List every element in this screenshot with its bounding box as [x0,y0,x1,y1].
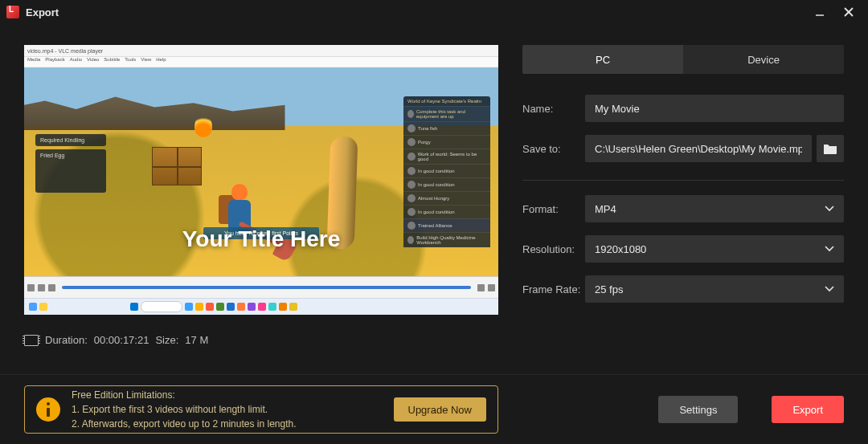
tab-pc[interactable]: PC [522,45,683,74]
format-select[interactable]: MP4 [585,195,844,222]
name-input[interactable] [585,95,844,122]
close-button[interactable] [842,6,855,18]
tab-device[interactable]: Device [683,45,844,74]
window-titlebar: Export [0,0,868,24]
chevron-down-icon [825,206,834,212]
resolution-value: 1920x1080 [595,243,646,255]
preview-player-titlebar: video.mp4 - VLC media player [24,45,498,57]
upgrade-button[interactable]: Upgrade Now [394,397,487,422]
resolution-label: Resolution: [522,243,585,255]
preview-taskbar [24,298,498,315]
folder-icon [823,143,837,154]
info-icon [36,397,60,422]
export-target-tabs: PC Device [522,45,844,74]
preview-right-hud: World of Keyne Syndicate's Realm Complet… [403,96,490,247]
format-label: Format: [522,203,585,215]
video-preview: video.mp4 - VLC media player MediaPlayba… [24,45,498,315]
film-icon [24,335,39,346]
size-label: Size: [155,334,178,346]
export-button[interactable]: Export [772,396,844,423]
minimize-button[interactable] [813,6,826,18]
chevron-down-icon [825,246,834,252]
duration-value: 00:00:17:21 [94,334,149,346]
limitations-heading: Free Edition Limitations: [72,388,383,402]
chevron-down-icon [825,286,834,292]
settings-button[interactable]: Settings [658,396,738,423]
app-icon [6,6,19,18]
name-label: Name: [522,103,585,115]
save-to-input[interactable] [585,135,812,162]
save-to-label: Save to: [522,143,585,155]
file-info-row: Duration: 00:00:17:21 Size: 17 M [24,334,498,346]
framerate-select[interactable]: 25 fps [585,275,844,303]
resolution-select[interactable]: 1920x1080 [585,235,844,263]
preview-player-menubar: MediaPlaybackAudioVideoSubtitleToolsView… [24,57,498,67]
form-divider [522,180,844,181]
limitations-banner: Free Edition Limitations: 1. Export the … [24,385,498,434]
overlay-title-text: Your Title Here [182,226,341,252]
preview-player-controls [24,276,498,298]
size-value: 17 M [185,334,208,346]
browse-folder-button[interactable] [817,135,844,162]
limitations-line-2: 2. Afterwards, export video up to 2 minu… [72,417,383,431]
duration-label: Duration: [45,334,88,346]
preview-left-hud: Required Kindling Fried Egg [35,134,106,196]
format-value: MP4 [595,203,616,215]
framerate-value: 25 fps [595,283,623,295]
window-title: Export [26,6,59,18]
limitations-line-1: 1. Export the first 3 videos without len… [72,402,383,417]
framerate-label: Frame Rate: [522,283,585,295]
preview-game-frame: Required Kindling Fried Egg World of Key… [24,67,498,276]
